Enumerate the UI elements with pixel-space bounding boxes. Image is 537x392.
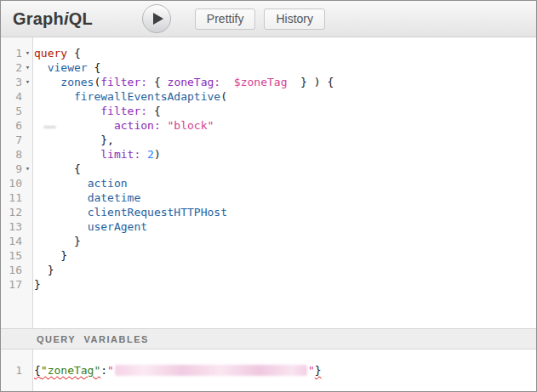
fold-arrow-icon[interactable]: ▾ <box>22 162 33 176</box>
code-line-source: limit: 2) <box>33 147 161 162</box>
code-line[interactable]: 6 action: "block" <box>1 118 536 133</box>
query-editor[interactable]: 1▾query {2▾ viewer {3▾ zones(filter: { z… <box>1 37 536 328</box>
code-token: action: <box>114 119 161 132</box>
redacted-zone-tag-value <box>115 365 307 376</box>
code-line[interactable]: 11 datetime <box>1 190 536 205</box>
query-variables-header[interactable]: QUERY VARIABLES <box>1 328 536 349</box>
code-token: limit: <box>100 148 140 161</box>
code-line-source: datetime <box>33 190 140 205</box>
fold-gutter <box>22 277 33 292</box>
code-token: filter: <box>100 76 147 88</box>
code-line-source: filter: { <box>33 104 161 118</box>
fold-gutter <box>22 176 33 190</box>
line-number: 6 <box>1 118 22 133</box>
code-token: " <box>308 364 315 377</box>
fold-gutter <box>22 147 33 162</box>
code-token: datetime <box>88 191 141 204</box>
code-line-source: } <box>33 234 81 248</box>
prettify-button[interactable]: Prettify <box>195 9 256 30</box>
code-token: : <box>100 364 107 377</box>
code-token: { <box>147 105 161 117</box>
code-line[interactable]: 10 action <box>1 176 536 190</box>
code-token: { <box>34 364 41 377</box>
topbar: GraphiQL Prettify History <box>1 1 536 37</box>
code-line[interactable]: 15 } <box>1 248 536 263</box>
fold-gutter <box>22 205 33 219</box>
code-line[interactable]: 12 clientRequestHTTPHost <box>1 205 536 219</box>
code-token: } <box>34 235 81 247</box>
fold-gutter <box>22 234 33 248</box>
code-token <box>220 76 234 88</box>
line-number: 3 <box>1 75 22 89</box>
code-token <box>34 220 88 233</box>
code-line-source: clientRequestHTTPHost <box>33 205 227 219</box>
query-variables-title: QUERY VARIABLES <box>37 334 149 344</box>
line-number: 13 <box>1 219 22 234</box>
line-number: 10 <box>1 176 22 190</box>
fold-arrow-icon[interactable]: ▾ <box>22 60 33 75</box>
code-token: "block" <box>168 119 214 132</box>
variables-line[interactable]: 1 {"zoneTag":""} <box>1 363 536 378</box>
code-token: query <box>34 47 67 60</box>
code-token: 2 <box>147 148 154 161</box>
fold-arrow-icon[interactable]: ▾ <box>22 46 33 60</box>
code-line[interactable]: 5 filter: { <box>1 104 536 118</box>
logo-text: Graph <box>13 9 64 28</box>
fold-gutter <box>22 104 33 118</box>
code-line[interactable]: 7 }, <box>1 133 536 147</box>
fold-gutter <box>22 248 33 263</box>
fold-gutter <box>22 263 33 277</box>
code-line-source: action: "block" <box>33 118 214 133</box>
fold-gutter <box>22 89 33 104</box>
play-icon <box>153 13 163 25</box>
code-line[interactable]: 3▾ zones(filter: { zoneTag: $zoneTag } )… <box>1 75 536 89</box>
code-token <box>34 177 88 190</box>
graphiql-logo: GraphiQL <box>13 9 93 29</box>
code-token: { <box>67 47 81 60</box>
line-number: 14 <box>1 234 22 248</box>
fold-gutter <box>22 190 33 205</box>
line-number: 12 <box>1 205 22 219</box>
execute-query-button[interactable] <box>142 4 171 33</box>
line-number: 9 <box>1 162 22 176</box>
code-token: }, <box>34 134 114 146</box>
line-number: 1 <box>1 46 22 60</box>
code-line[interactable]: 17} <box>1 277 536 292</box>
code-line[interactable]: 2▾ viewer { <box>1 60 536 75</box>
code-token <box>161 119 168 132</box>
line-number: 2 <box>1 60 22 75</box>
code-line[interactable]: 9▾ { <box>1 162 536 176</box>
code-line-source: } <box>33 263 54 277</box>
code-token: zoneTag: <box>168 76 221 88</box>
code-line-source: query { <box>33 46 81 60</box>
code-token: " <box>107 364 114 377</box>
code-token: clientRequestHTTPHost <box>88 206 227 219</box>
code-line[interactable]: 14 } <box>1 234 536 248</box>
code-token <box>34 90 74 103</box>
fold-arrow-icon[interactable]: ▾ <box>22 75 33 89</box>
redaction-smudge <box>43 126 56 128</box>
code-token: filter: <box>100 105 147 117</box>
fold-gutter <box>22 133 33 147</box>
code-line-source: { <box>33 162 81 176</box>
code-token <box>34 61 48 74</box>
code-token <box>34 105 100 117</box>
code-line[interactable]: 1▾query { <box>1 46 536 60</box>
code-line-source: } <box>33 277 41 292</box>
code-line[interactable]: 13 userAgent <box>1 219 536 234</box>
code-line[interactable]: 16 } <box>1 263 536 277</box>
code-token: userAgent <box>88 220 147 233</box>
line-number: 16 <box>1 263 22 277</box>
variables-editor[interactable]: 1 {"zoneTag":""} <box>1 349 536 391</box>
code-token: firewallEventsAdaptive <box>74 90 220 103</box>
code-line[interactable]: 4 firewallEventsAdaptive( <box>1 89 536 104</box>
code-line[interactable]: 8 limit: 2) <box>1 147 536 162</box>
code-token: "zoneTag" <box>41 364 100 377</box>
code-token: } <box>34 249 67 262</box>
line-number: 1 <box>1 363 22 378</box>
code-line-source: zones(filter: { zoneTag: $zoneTag } ) { <box>33 75 334 89</box>
code-line-source: userAgent <box>33 219 147 234</box>
code-token: { <box>88 61 101 74</box>
history-button[interactable]: History <box>264 9 325 30</box>
variables-line-source: {"zoneTag":""} <box>33 363 322 378</box>
